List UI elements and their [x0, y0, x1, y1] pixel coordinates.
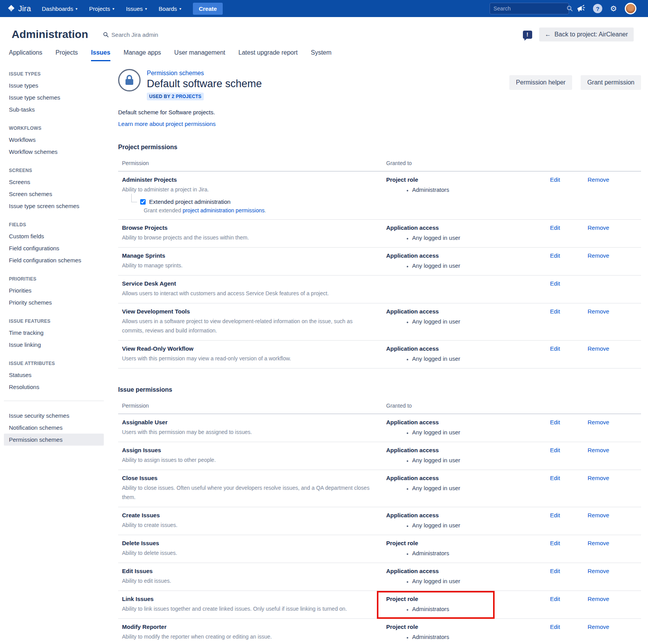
nav-item-projects[interactable]: Projects▾: [89, 5, 114, 12]
edit-link[interactable]: Edit: [550, 475, 560, 481]
sidebar-item-statuses[interactable]: Statuses: [4, 369, 104, 381]
remove-link[interactable]: Remove: [588, 252, 609, 259]
learn-more-link[interactable]: Learn more about project permissions: [118, 121, 216, 127]
project-admin-permissions-link[interactable]: project administration permissions: [182, 207, 265, 214]
edit-link[interactable]: Edit: [550, 447, 560, 453]
sidebar-item-issue-types[interactable]: Issue types: [4, 79, 104, 91]
remove-link[interactable]: Remove: [588, 224, 609, 231]
chevron-down-icon: ▾: [76, 7, 77, 11]
tab-issues[interactable]: Issues: [91, 49, 110, 61]
remove-link[interactable]: Remove: [588, 308, 609, 315]
edit-link[interactable]: Edit: [550, 623, 560, 630]
sidebar-item-notification-schemes[interactable]: Notification schemes: [4, 422, 104, 434]
sidebar-item-workflow-schemes[interactable]: Workflow schemes: [4, 146, 104, 158]
admin-search[interactable]: [103, 31, 189, 38]
sidebar-group: WORKFLOWSWorkflowsWorkflow schemes: [4, 126, 104, 158]
extended-admin-checkbox[interactable]: [140, 199, 146, 205]
permission-description: Ability to modify the reporter when crea…: [122, 632, 374, 641]
feedback-icon[interactable]: !: [523, 31, 532, 39]
edit-link[interactable]: Edit: [550, 252, 560, 259]
remove-link[interactable]: Remove: [588, 176, 609, 183]
edit-link[interactable]: Edit: [550, 540, 560, 546]
remove-link[interactable]: Remove: [588, 568, 609, 574]
tab-manage-apps[interactable]: Manage apps: [124, 49, 161, 61]
edit-link[interactable]: Edit: [550, 308, 560, 315]
help-icon[interactable]: ?: [593, 4, 602, 13]
edit-link[interactable]: Edit: [550, 345, 560, 352]
remove-link[interactable]: Remove: [588, 419, 609, 425]
nav-search[interactable]: [490, 3, 569, 14]
sidebar-item-issue-type-screen-schemes[interactable]: Issue type screen schemes: [4, 200, 104, 212]
sidebar: ISSUE TYPESIssue typesIssue type schemes…: [4, 69, 104, 457]
sidebar-item-screens[interactable]: Screens: [4, 176, 104, 188]
sidebar-item-time-tracking[interactable]: Time tracking: [4, 327, 104, 339]
edit-link[interactable]: Edit: [550, 224, 560, 231]
tab-applications[interactable]: Applications: [9, 49, 42, 61]
badge-count: 2 PROJECTS: [172, 94, 201, 99]
sidebar-item-permission-schemes[interactable]: Permission schemes: [4, 434, 104, 446]
sidebar-item-screen-schemes[interactable]: Screen schemes: [4, 188, 104, 200]
tab-system[interactable]: System: [311, 49, 331, 61]
remove-link[interactable]: Remove: [588, 345, 609, 352]
nav-item-label: Projects: [89, 5, 110, 12]
sidebar-item-custom-fields[interactable]: Custom fields: [4, 230, 104, 242]
permission-name: Close Issues: [122, 474, 386, 482]
edit-link[interactable]: Edit: [550, 419, 560, 425]
nav-item-dashboards[interactable]: Dashboards▾: [42, 5, 77, 12]
granted-type: Application access: [386, 345, 550, 353]
sidebar-item-field-configuration-schemes[interactable]: Field configuration schemes: [4, 254, 104, 266]
edit-link[interactable]: Edit: [550, 512, 560, 518]
sidebar-item-field-configurations[interactable]: Field configurations: [4, 242, 104, 254]
remove-link[interactable]: Remove: [588, 447, 609, 453]
edit-link[interactable]: Edit: [550, 568, 560, 574]
edit-cell: Edit: [550, 224, 588, 242]
sidebar-group-title: FIELDS: [9, 222, 104, 227]
permission-helper-button[interactable]: Permission helper: [509, 75, 572, 90]
edit-cell: Edit: [550, 539, 588, 558]
remove-link[interactable]: Remove: [588, 475, 609, 481]
granted-to-cell: Project roleAdministrators: [386, 176, 550, 214]
granted-value: Any logged in user: [412, 428, 550, 437]
edit-link[interactable]: Edit: [550, 280, 560, 287]
remove-link[interactable]: Remove: [588, 623, 609, 630]
create-button[interactable]: Create: [193, 3, 223, 15]
admin-search-input[interactable]: [112, 31, 189, 38]
sidebar-item-workflows[interactable]: Workflows: [4, 134, 104, 146]
edit-link[interactable]: Edit: [550, 596, 560, 602]
granted-to-cell: Application accessAny logged in user: [386, 511, 550, 530]
sidebar-item-issue-security-schemes[interactable]: Issue security schemes: [4, 410, 104, 422]
breadcrumb[interactable]: Permission schemes: [147, 70, 204, 77]
grant-permission-button[interactable]: Grant permission: [581, 75, 641, 90]
sidebar-group-title: ISSUE ATTRIBUTES: [9, 361, 104, 366]
granted-type: Application access: [386, 567, 550, 575]
edit-cell: Edit: [550, 595, 588, 613]
remove-link[interactable]: Remove: [588, 596, 609, 602]
remove-cell: Remove: [588, 623, 641, 641]
top-navbar: Jira Dashboards▾Projects▾Issues▾Boards▾ …: [0, 0, 648, 17]
tab-projects[interactable]: Projects: [55, 49, 78, 61]
nav-item-issues[interactable]: Issues▾: [126, 5, 147, 12]
granted-type: Project role: [386, 176, 550, 184]
search-icon[interactable]: [567, 5, 573, 12]
sidebar-item-priorities[interactable]: Priorities: [4, 284, 104, 296]
edit-link[interactable]: Edit: [550, 176, 560, 183]
brand-name: Jira: [18, 4, 31, 13]
sidebar-item-sub-tasks[interactable]: Sub-tasks: [4, 103, 104, 115]
sidebar-item-issue-type-schemes[interactable]: Issue type schemes: [4, 91, 104, 103]
avatar[interactable]: [625, 3, 636, 14]
remove-cell: [588, 280, 641, 298]
sidebar-item-priority-schemes[interactable]: Priority schemes: [4, 296, 104, 308]
remove-link[interactable]: Remove: [588, 512, 609, 518]
issue-permissions-heading: Issue permissions: [118, 386, 641, 393]
nav-search-input[interactable]: [493, 5, 564, 12]
back-to-project-button[interactable]: ← Back to project: AirCleaner: [539, 28, 634, 41]
gear-icon[interactable]: ⚙: [610, 5, 617, 12]
tab-user-management[interactable]: User management: [174, 49, 225, 61]
nav-item-boards[interactable]: Boards▾: [159, 5, 182, 12]
jira-logo[interactable]: Jira: [7, 4, 31, 13]
tab-latest-upgrade-report[interactable]: Latest upgrade report: [238, 49, 297, 61]
sidebar-item-resolutions[interactable]: Resolutions: [4, 381, 104, 393]
sidebar-item-issue-linking[interactable]: Issue linking: [4, 339, 104, 351]
remove-link[interactable]: Remove: [588, 540, 609, 546]
megaphone-icon[interactable]: [577, 5, 585, 12]
